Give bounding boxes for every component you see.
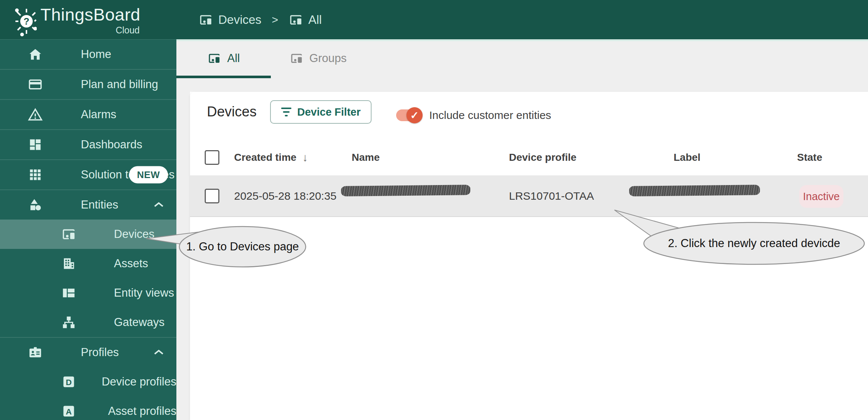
credit-card-icon — [28, 77, 81, 92]
column-header-state[interactable]: State — [797, 140, 822, 175]
warning-icon — [28, 107, 81, 122]
sidebar-item-profiles[interactable]: Profiles — [0, 337, 176, 367]
top-header: ? ThingsBoard Cloud Devices > — [0, 0, 868, 39]
sidebar-item-device-profiles[interactable]: D Device profiles — [0, 367, 176, 397]
sidebar-item-home[interactable]: Home — [0, 40, 176, 69]
include-customer-entities-toggle[interactable]: ✓ Include customer entities — [396, 109, 551, 122]
grid-icon — [28, 167, 81, 182]
sidebar-item-alarms[interactable]: Alarms — [0, 99, 176, 129]
tab-bar: All Groups — [176, 41, 868, 78]
state-badge: Inactive — [799, 185, 843, 208]
breadcrumb-all[interactable]: All — [288, 12, 322, 27]
glyph-a: A — [66, 407, 72, 416]
asset-profiles-icon: A — [61, 403, 108, 419]
active-tab-indicator — [176, 76, 271, 78]
sidebar-item-plan-and-billing[interactable]: Plan and billing — [0, 69, 176, 99]
devices-icon — [290, 51, 304, 65]
sidebar-item-asset-profiles[interactable]: A Asset profiles — [0, 397, 176, 420]
sidebar-item-solution-templates[interactable]: Solution templates NEW — [0, 159, 176, 189]
redacted-name-scribble — [341, 185, 470, 196]
sidebar: Home Plan and billing Alarms Dashboards — [0, 39, 176, 420]
toggle-label: Include customer entities — [429, 109, 551, 122]
entities-icon — [28, 197, 81, 213]
sort-desc-icon[interactable]: ↓ — [302, 151, 308, 164]
gateways-icon — [61, 315, 114, 330]
column-header-created-time[interactable]: Created time ↓ — [234, 140, 308, 175]
devices-icon — [288, 12, 303, 27]
svg-text:?: ? — [24, 16, 29, 27]
column-header-name[interactable]: Name — [352, 140, 380, 175]
breadcrumb-separator: > — [272, 14, 278, 26]
brand-name: ThingsBoard — [40, 4, 140, 26]
device-filter-button[interactable]: Device Filter — [270, 100, 372, 124]
sidebar-item-devices[interactable]: Devices — [0, 220, 176, 249]
sidebar-item-entity-views[interactable]: Entity views — [0, 278, 176, 308]
tab-all[interactable]: All — [176, 41, 271, 76]
page-title: Devices — [207, 104, 257, 120]
cell-device-profile: LRS10701-OTAA — [509, 176, 594, 216]
toggle-thumb-check-icon: ✓ — [406, 107, 423, 123]
breadcrumb-devices[interactable]: Devices — [198, 12, 261, 27]
chevron-up-icon — [153, 346, 164, 359]
page-background — [190, 78, 868, 92]
entity-views-icon — [61, 285, 114, 301]
sidebar-item-gateways[interactable]: Gateways — [0, 308, 176, 337]
building-icon — [61, 256, 114, 271]
column-header-device-profile[interactable]: Device profile — [509, 140, 577, 175]
sidebar-item-entities[interactable]: Entities — [0, 189, 176, 220]
brand-sub: Cloud — [40, 25, 140, 36]
filter-icon — [281, 108, 291, 116]
home-icon — [28, 47, 81, 62]
devices-icon — [198, 12, 213, 27]
content-gutter — [176, 41, 190, 420]
new-badge: NEW — [129, 166, 168, 184]
devices-icon — [61, 227, 114, 242]
dashboards-icon — [28, 137, 81, 152]
table-row[interactable]: 2025-05-28 18:20:35 LRS10701-OTAA — [190, 175, 868, 217]
brand-logo[interactable]: ? ThingsBoard Cloud — [14, 4, 140, 37]
devices-icon — [207, 51, 221, 65]
tab-groups[interactable]: Groups — [271, 41, 365, 76]
table-header-row: Created time ↓ Name Device profile Label… — [190, 140, 868, 175]
thingsboard-app: ? ThingsBoard Cloud Devices > — [0, 0, 868, 420]
sidebar-item-dashboards[interactable]: Dashboards — [0, 129, 176, 159]
sidebar-item-assets[interactable]: Assets — [0, 249, 176, 278]
chevron-up-icon — [153, 198, 164, 211]
column-header-label[interactable]: Label — [674, 140, 700, 175]
row-checkbox[interactable] — [205, 176, 219, 216]
thingsboard-logo-icon: ? — [14, 5, 37, 37]
glyph-d: D — [66, 378, 72, 387]
cell-created-time: 2025-05-28 18:20:35 — [234, 176, 337, 216]
toggle-track: ✓ — [396, 109, 420, 121]
select-all-checkbox[interactable] — [205, 140, 219, 175]
device-profiles-icon: D — [61, 374, 102, 390]
badge-icon — [28, 345, 81, 360]
redacted-label-scribble — [629, 185, 760, 196]
breadcrumb: Devices > All — [198, 0, 322, 39]
